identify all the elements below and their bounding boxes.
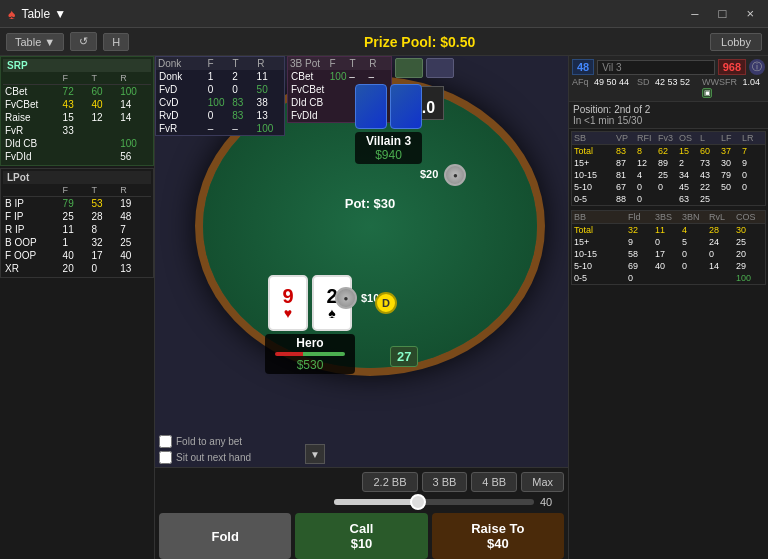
main-content: SRP F T R CBet 72 60 100 FvCBet 43 40 [0, 56, 768, 559]
stat-box-vil3: Vil 3 [597, 60, 714, 75]
stat-afq: AFq 49 50 44 [572, 77, 635, 98]
table-label: Table [21, 7, 50, 21]
board-card-2 [426, 58, 454, 78]
villain-name: Villain 3 [365, 134, 412, 148]
call-amount: $10 [351, 536, 373, 551]
srp-panel: SRP F T R CBet 72 60 100 FvCBet 43 40 [0, 56, 154, 166]
bb-row-total: Total 32 11 4 28 30 [572, 224, 765, 236]
srp-row-fvr: FvR 33 [3, 124, 151, 137]
donk-panel: Donk F T R Donk 1 2 11 FvD 0 0 50 [155, 56, 285, 136]
minimize-button[interactable]: – [685, 4, 704, 23]
lobby-button[interactable]: Lobby [710, 33, 762, 51]
raise-2bb-button[interactable]: 2.2 BB [362, 472, 417, 492]
raise-button[interactable]: Raise To $40 [432, 513, 564, 559]
stat-wwsfr: WWSFR 1.04 ▣ [702, 77, 765, 98]
raise-options: 2.2 BB 3 BB 4 BB Max [159, 472, 564, 492]
call-button[interactable]: Call $10 [295, 513, 427, 559]
stat-box-48: 48 [572, 59, 594, 75]
raise-3bb-button[interactable]: 3 BB [422, 472, 468, 492]
refresh-button[interactable]: ↺ [70, 32, 97, 51]
sit-out-option[interactable]: Sit out next hand [159, 451, 251, 464]
stat-sd: SD 42 53 52 [637, 77, 700, 98]
hero-card-9h: 9 ♥ [268, 275, 308, 331]
sit-out-label: Sit out next hand [176, 452, 251, 463]
threeb-header: 3B Pot F T R [288, 57, 391, 70]
dealer-button: D [375, 292, 397, 314]
bb-row-15plus: 15+ 9 0 5 24 25 [572, 236, 765, 248]
lpot-row-boop: B OOP 1 32 25 [3, 236, 151, 249]
action-buttons: Fold Call $10 Raise To $40 [159, 513, 564, 559]
position-text: Position: 2nd of 2 [573, 104, 764, 115]
raise-slider-track[interactable] [334, 499, 534, 505]
srp-header: F T R [3, 72, 151, 85]
sit-out-checkbox[interactable] [159, 451, 172, 464]
info-button[interactable]: ⓘ [749, 59, 765, 75]
threeb-row-1: CBet 100 – – [288, 70, 391, 83]
title-bar: ♠ Table ▼ – □ × [0, 0, 768, 28]
raise-slider-thumb[interactable] [410, 494, 426, 510]
raise-label: Raise To [471, 521, 524, 536]
player-stats-header: 48 Vil 3 968 ⓘ AFq 49 50 44 SD 42 53 52 [569, 56, 768, 102]
donk-row-1: Donk 1 2 11 [156, 70, 284, 83]
checkbox-area: Fold to any bet Sit out next hand [159, 435, 251, 464]
lpot-row-bip: B IP 79 53 19 [3, 197, 151, 210]
villain-cards [355, 84, 422, 129]
title-bar-left: ♠ Table ▼ [8, 6, 66, 22]
bb-row-5-10: 5-10 69 40 0 14 29 [572, 260, 765, 272]
stats-row-0-5: 0-5 88 0 63 25 [572, 193, 765, 205]
board-icons [395, 58, 454, 78]
raise-slider-fill [334, 499, 414, 505]
pot-display: Pot: $30 [345, 196, 396, 211]
table-options-button[interactable]: Table ▼ [6, 33, 64, 51]
top-bar: Table ▼ ↺ H Prize Pool: $0.50 Lobby [0, 28, 768, 56]
lpot-row-foop: F OOP 40 17 40 [3, 249, 151, 262]
left-panels: SRP F T R CBet 72 60 100 FvCBet 43 40 [0, 56, 155, 559]
wwsfr-badge: ▣ [702, 88, 712, 98]
bottom-action-area: 2.2 BB 3 BB 4 BB Max 40 Fold [155, 467, 568, 559]
raise-slider-row: 40 [159, 496, 564, 508]
stats-row-total: Total 83 8 62 15 60 37 7 [572, 145, 765, 157]
app-window: ♠ Table ▼ – □ × Table ▼ ↺ H Prize Pool: … [0, 0, 768, 559]
donk-row-2: FvD 0 0 50 [156, 83, 284, 96]
top-stats-table: SB VP RFI Fv3 OS L LF LR Total 83 8 62 1… [571, 131, 766, 206]
scroll-down-arrow[interactable]: ▼ [305, 444, 325, 464]
call-label: Call [350, 521, 374, 536]
lpot-header: F T R [3, 184, 151, 197]
right-panel: 48 Vil 3 968 ⓘ AFq 49 50 44 SD 42 53 52 [568, 56, 768, 559]
table-menu[interactable]: Table ▼ [21, 7, 66, 21]
srp-row-fvcbet: FvCBet 43 40 14 [3, 98, 151, 111]
center-content: Donk F T R Donk 1 2 11 FvD 0 0 50 [155, 56, 568, 559]
raise-4bb-button[interactable]: 4 BB [471, 472, 517, 492]
table-dropdown-icon[interactable]: ▼ [54, 7, 66, 21]
srp-row-raise: Raise 15 12 14 [3, 111, 151, 124]
hero-card-1-suit: ♥ [284, 306, 292, 320]
stat-box-968: 968 [718, 59, 746, 75]
player-stat-boxes: 48 Vil 3 968 ⓘ [572, 59, 765, 75]
srp-row-fvdid: FvDId 56 [3, 150, 151, 163]
raise-amount: $40 [487, 536, 509, 551]
fold-any-bet-option[interactable]: Fold to any bet [159, 435, 251, 448]
donk-header: Donk F T R [156, 57, 284, 70]
h-button[interactable]: H [103, 33, 129, 51]
fold-any-bet-checkbox[interactable] [159, 435, 172, 448]
bottom-stats-table: BB Fld 3BS 3BN RvL COS Total 32 11 4 28 … [571, 210, 766, 285]
fold-button[interactable]: Fold [159, 513, 291, 559]
hero-info-box: Hero $530 [265, 334, 355, 374]
villain-chip: ● [444, 164, 466, 186]
villain-card-1 [355, 84, 387, 129]
bottom-stats-header: BB Fld 3BS 3BN RvL COS [572, 211, 765, 224]
raise-max-button[interactable]: Max [521, 472, 564, 492]
bb-row-0-5: 0-5 0 100 [572, 272, 765, 284]
srp-row-didcb: DId CB 100 [3, 137, 151, 150]
hero-stack: $530 [297, 358, 324, 372]
maximize-button[interactable]: □ [713, 4, 733, 23]
bb-row-10-15: 10-15 58 17 0 0 20 [572, 248, 765, 260]
prize-pool: Prize Pool: $0.50 [135, 34, 704, 50]
donk-row-3: CvD 100 83 38 [156, 96, 284, 109]
lpot-row-rip: R IP 11 8 7 [3, 223, 151, 236]
srp-title: SRP [3, 59, 151, 72]
hero-stack-bar [275, 352, 345, 356]
villain-stack: $940 [365, 148, 412, 162]
donk-row-4: RvD 0 83 13 [156, 109, 284, 122]
close-button[interactable]: × [740, 4, 760, 23]
